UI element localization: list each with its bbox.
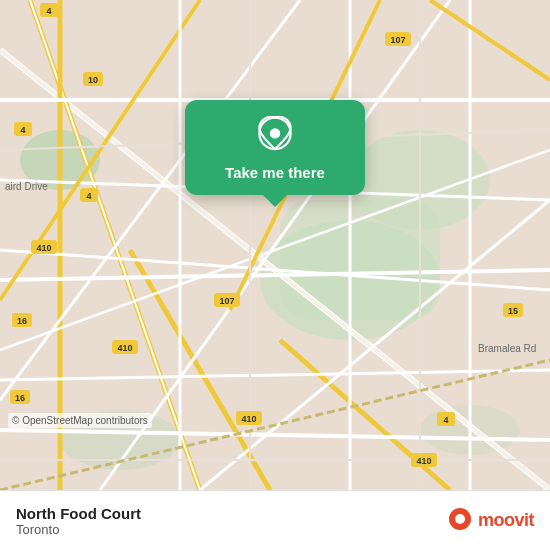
svg-text:4: 4 — [86, 191, 91, 201]
location-info: North Food Court Toronto — [16, 505, 141, 537]
svg-point-68 — [455, 514, 465, 524]
svg-text:15: 15 — [508, 306, 518, 316]
svg-text:16: 16 — [17, 316, 27, 326]
map-container: 4 4 4 4 10 107 107 410 410 410 410 15 16… — [0, 0, 550, 490]
moovit-icon — [446, 507, 474, 535]
svg-text:Bramalea Rd: Bramalea Rd — [478, 343, 536, 354]
svg-point-66 — [270, 128, 280, 138]
svg-text:4: 4 — [443, 415, 448, 425]
svg-text:4: 4 — [46, 6, 51, 16]
svg-text:410: 410 — [416, 456, 431, 466]
svg-text:107: 107 — [390, 35, 405, 45]
svg-text:10: 10 — [88, 75, 98, 85]
location-pin-icon — [255, 116, 295, 156]
copyright-text: © OpenStreetMap contributors — [8, 413, 152, 428]
svg-text:107: 107 — [219, 296, 234, 306]
location-name: North Food Court — [16, 505, 141, 522]
svg-text:410: 410 — [241, 414, 256, 424]
svg-text:410: 410 — [117, 343, 132, 353]
moovit-logo: moovit — [446, 507, 534, 535]
popup-card[interactable]: Take me there — [185, 100, 365, 195]
moovit-text: moovit — [478, 510, 534, 531]
svg-text:4: 4 — [20, 125, 25, 135]
svg-text:16: 16 — [15, 393, 25, 403]
bottom-bar: North Food Court Toronto moovit — [0, 490, 550, 550]
take-me-there-button[interactable]: Take me there — [225, 164, 325, 181]
svg-text:410: 410 — [36, 243, 51, 253]
location-city: Toronto — [16, 522, 141, 537]
svg-text:aird Drive: aird Drive — [5, 181, 48, 192]
